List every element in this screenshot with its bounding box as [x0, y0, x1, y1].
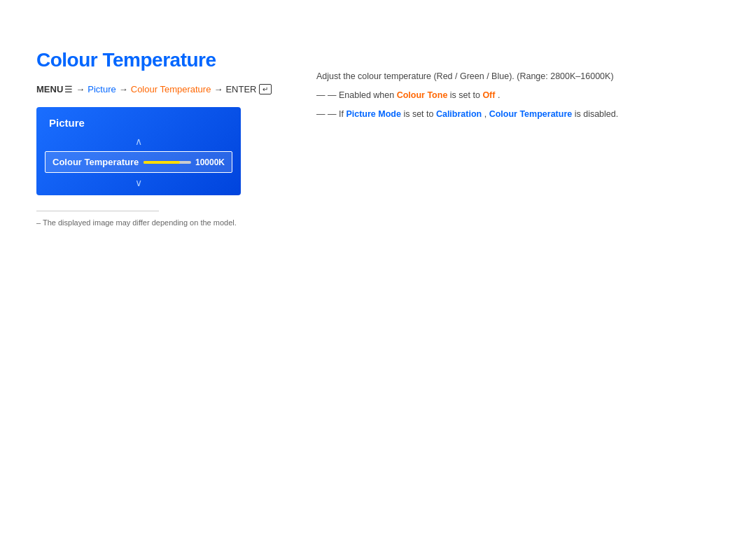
info-line-1: Adjust the colour temperature (Red / Gre…: [316, 70, 708, 83]
chevron-up-icon: ∧: [36, 136, 241, 147]
colour-tone-highlight: Colour Tone: [397, 90, 448, 100]
arrow-3: →: [214, 84, 223, 94]
dash-3: —: [316, 109, 328, 119]
arrow-2: →: [119, 84, 128, 94]
path-picture: Picture: [88, 84, 115, 94]
screen-title: Picture: [36, 117, 241, 136]
off-highlight: Off: [482, 90, 495, 100]
menu-label: MENU: [36, 84, 63, 94]
info-line-3-suffix-pre: ,: [484, 109, 489, 119]
footnote: – The displayed image may differ dependi…: [36, 218, 720, 227]
info-line-2-suffix: .: [498, 90, 500, 100]
path-colour-temperature: Colour Temperature: [131, 84, 211, 94]
slider-value: 10000K: [195, 157, 225, 167]
info-panel: Adjust the colour temperature (Red / Gre…: [316, 70, 708, 126]
tv-screen: Picture ∧ Colour Temperature 10000K ∨: [36, 107, 241, 195]
info-line-3-suffix: is disabled.: [575, 109, 619, 119]
divider: [36, 211, 159, 211]
menu-icon: ☰: [64, 84, 73, 94]
info-line-2-prefix: — Enabled when: [328, 90, 397, 100]
arrow-1: →: [76, 84, 85, 94]
dash-2: —: [316, 90, 328, 100]
page-title: Colour Temperature: [36, 49, 720, 71]
colour-temp-highlight: Colour Temperature: [489, 109, 573, 119]
slider-container: 10000K: [144, 157, 225, 167]
selected-menu-item: Colour Temperature 10000K: [45, 151, 232, 173]
slider-fill: [144, 161, 180, 164]
info-line-3-prefix: — If: [328, 109, 346, 119]
enter-icon: ↵: [259, 84, 272, 94]
info-line-2: — — Enabled when Colour Tone is set to O…: [316, 89, 708, 102]
slider-bar: [144, 161, 191, 164]
enter-label: ENTER: [225, 84, 256, 94]
picture-mode-highlight: Picture Mode: [346, 109, 401, 119]
menu-item-label: Colour Temperature: [52, 157, 139, 167]
calibration-highlight: Calibration: [436, 109, 482, 119]
info-line-1-text: Adjust the colour temperature (Red / Gre…: [316, 71, 614, 81]
info-line-3: — — If Picture Mode is set to Calibratio…: [316, 108, 708, 121]
info-line-2-mid: is set to: [450, 90, 483, 100]
chevron-down-icon: ∨: [36, 177, 241, 195]
info-line-3-mid: is set to: [403, 109, 436, 119]
